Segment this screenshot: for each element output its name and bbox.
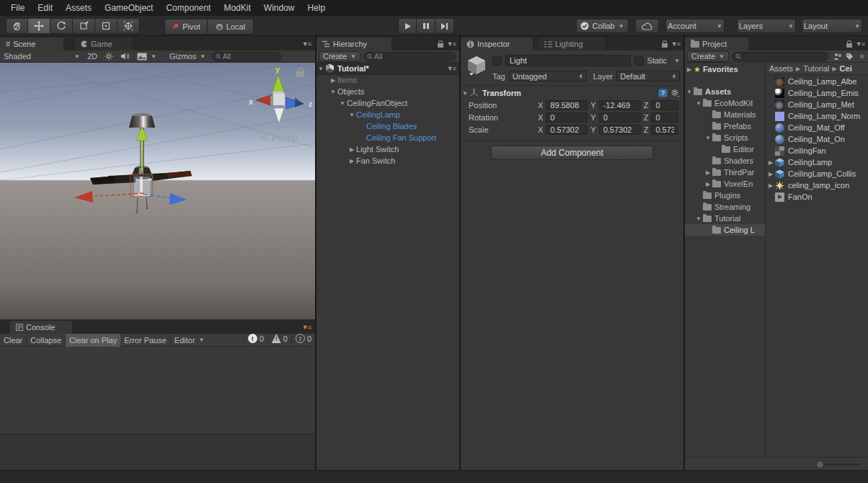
- layers-dropdown[interactable]: Layers▼: [737, 19, 796, 33]
- tag-dropdown[interactable]: Untagged▲▼: [509, 71, 587, 81]
- collapse-button[interactable]: Collapse: [27, 335, 66, 345]
- tree-thirdparty[interactable]: ▶ThirdPar: [685, 167, 765, 178]
- menu-window[interactable]: Window: [257, 0, 301, 16]
- tree-prefabs[interactable]: Prefabs: [685, 120, 765, 132]
- tree-materials[interactable]: Materials: [685, 109, 765, 120]
- menu-file[interactable]: File: [4, 0, 31, 16]
- gear-icon[interactable]: [670, 89, 680, 97]
- asset-ceilinglamp-collision-prefab[interactable]: ▶CeilingLamp_Collis: [766, 168, 868, 180]
- hierarchy-create-button[interactable]: Create▼: [319, 51, 360, 62]
- tree-shaders[interactable]: Shaders: [685, 155, 765, 167]
- hierarchy-item-ceilingfanobject[interactable]: ▼CeilingFanObject: [338, 97, 459, 109]
- tree-plugins[interactable]: Plugins: [685, 190, 765, 201]
- search-by-label-button[interactable]: [843, 51, 856, 61]
- thumbnail-size-slider-knob[interactable]: [816, 461, 824, 469]
- tab-scene[interactable]: # Scene: [0, 37, 63, 50]
- hierarchy-item-fan-switch[interactable]: ▶Fan Switch: [347, 155, 459, 167]
- hierarchy-item-ceiling-fan-support[interactable]: Ceiling Fan Support: [366, 132, 459, 143]
- tab-console[interactable]: Console: [10, 321, 72, 334]
- search-by-type-button[interactable]: [831, 51, 843, 61]
- error-count-button[interactable]: !0: [291, 334, 315, 344]
- scene-audio-toggle[interactable]: [117, 51, 133, 61]
- scale-x-field[interactable]: [546, 125, 588, 135]
- add-component-button[interactable]: Add Component: [491, 146, 653, 160]
- asset-ceilingfan-controller[interactable]: CeilingFan: [766, 145, 868, 156]
- asset-ceiling-lamp-albedo[interactable]: Ceiling_Lamp_Albe: [766, 76, 868, 87]
- favorite-search-button[interactable]: ★: [856, 51, 868, 61]
- tree-ceiling-lamp-selected[interactable]: Ceiling L: [685, 224, 765, 236]
- transform-tool-button[interactable]: [118, 18, 140, 34]
- project-search[interactable]: [732, 52, 828, 61]
- tree-voxelengine[interactable]: ▶VoxelEn: [685, 178, 765, 190]
- scene-context-menu-icon[interactable]: ▼≡: [447, 65, 456, 72]
- static-checkbox[interactable]: [634, 56, 644, 66]
- project-lock-icon[interactable]: [846, 40, 852, 49]
- editor-dropdown[interactable]: Editor▼: [171, 335, 208, 345]
- tree-scripts[interactable]: ▼Scripts: [685, 132, 765, 143]
- scale-z-input[interactable]: [654, 125, 676, 135]
- project-panel-menu-icon[interactable]: ▼≡: [856, 40, 864, 48]
- menu-modkit[interactable]: ModKit: [217, 0, 257, 16]
- scene-effects-toggle[interactable]: ▼: [133, 51, 160, 61]
- position-x-field[interactable]: [546, 100, 588, 110]
- tree-assets[interactable]: ▼Assets: [685, 86, 765, 97]
- asset-ceiling-lamp-emissive[interactable]: Ceiling_Lamp_Emis: [766, 87, 868, 99]
- object-icon[interactable]: [465, 54, 488, 79]
- scene-panel-menu-icon[interactable]: ▼≡: [302, 40, 311, 48]
- layout-dropdown[interactable]: Layout▼: [802, 19, 862, 33]
- scale-y-input[interactable]: [602, 125, 638, 135]
- tab-project[interactable]: Project: [685, 37, 748, 50]
- static-dropdown-icon[interactable]: ▼: [674, 58, 680, 64]
- rotation-y-input[interactable]: [602, 112, 638, 123]
- position-z-input[interactable]: [654, 100, 676, 110]
- position-y-input[interactable]: [602, 100, 638, 110]
- shading-mode-dropdown[interactable]: Shaded▼: [0, 51, 84, 61]
- clear-on-play-button[interactable]: Clear on Play: [66, 334, 120, 347]
- object-name-input[interactable]: [508, 56, 628, 66]
- warning-count-button[interactable]: !0: [267, 334, 291, 344]
- hierarchy-item-items[interactable]: ▶Items: [329, 74, 459, 86]
- hierarchy-panel-menu-icon[interactable]: ▼≡: [447, 40, 456, 48]
- play-button[interactable]: [398, 18, 417, 34]
- scale-x-input[interactable]: [549, 125, 585, 135]
- help-book-icon[interactable]: ?: [658, 89, 668, 97]
- tree-editor[interactable]: Editor: [685, 143, 765, 155]
- console-detail-area[interactable]: [0, 434, 315, 470]
- scale-y-field[interactable]: [599, 125, 641, 135]
- menu-component[interactable]: Component: [159, 0, 217, 16]
- collab-dropdown[interactable]: Collab▼: [576, 19, 629, 33]
- step-button[interactable]: [435, 18, 454, 34]
- tree-ecomodkit[interactable]: ▼EcoModKit: [685, 97, 765, 109]
- position-y-field[interactable]: [599, 100, 641, 110]
- inspector-lock-icon[interactable]: [662, 40, 668, 49]
- rotation-x-input[interactable]: [549, 112, 585, 123]
- local-toggle-button[interactable]: Local: [208, 19, 254, 35]
- scale-z-field[interactable]: [651, 125, 678, 135]
- tab-lighting[interactable]: Lighting: [539, 37, 605, 50]
- pivot-toggle-button[interactable]: Pivot: [164, 19, 208, 35]
- inspector-panel-menu-icon[interactable]: ▼≡: [671, 40, 680, 48]
- rotation-z-field[interactable]: [651, 112, 678, 123]
- cloud-button[interactable]: [635, 19, 659, 33]
- scene-viewport[interactable]: y x z Persp: [0, 63, 315, 319]
- menu-gameobject[interactable]: GameObject: [98, 0, 159, 16]
- position-x-input[interactable]: [549, 100, 585, 110]
- hierarchy-search[interactable]: [363, 52, 456, 61]
- menu-edit[interactable]: Edit: [31, 0, 59, 16]
- tree-streamingassets[interactable]: Streaming: [685, 201, 765, 213]
- console-panel-menu-icon[interactable]: ▼≡: [302, 324, 311, 331]
- transform-header[interactable]: ▼ Transform ?: [461, 87, 683, 99]
- foldout-down-icon[interactable]: ▼: [316, 66, 325, 72]
- position-z-field[interactable]: [651, 100, 678, 110]
- rotation-x-field[interactable]: [546, 112, 588, 123]
- console-log-list[interactable]: [0, 347, 315, 434]
- scene-search[interactable]: [212, 52, 281, 61]
- scene-lighting-toggle[interactable]: [101, 51, 117, 61]
- layer-dropdown[interactable]: Default▲▼: [616, 71, 680, 81]
- rotate-tool-button[interactable]: [50, 18, 73, 34]
- error-pause-button[interactable]: Error Pause: [120, 335, 171, 345]
- object-name-field[interactable]: [505, 55, 631, 66]
- asset-ceiling-mat-on[interactable]: Ceiling_Mat_On: [766, 133, 868, 145]
- account-dropdown[interactable]: Account▼: [665, 19, 725, 33]
- pause-button[interactable]: [417, 18, 435, 34]
